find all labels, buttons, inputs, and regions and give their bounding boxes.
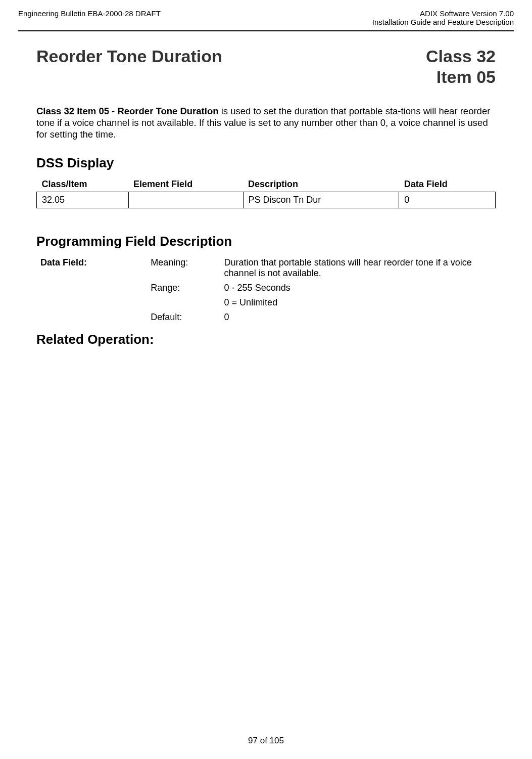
pfd-data-field-label: Data Field: <box>36 255 147 281</box>
page-title: Reorder Tone Duration <box>36 47 222 66</box>
header-left-text: Engineering Bulletin EBA-2000-28 DRAFT <box>18 9 161 18</box>
class-number: Class 32 <box>426 47 496 66</box>
pfd-meaning-value: Duration that portable stations will hea… <box>220 255 496 281</box>
page-header: Engineering Bulletin EBA-2000-28 DRAFT A… <box>0 0 532 30</box>
dss-cell-datafield: 0 <box>399 192 496 208</box>
pfd-range-key: Range: <box>147 281 220 295</box>
intro-paragraph: Class 32 Item 05 - Reorder Tone Duration… <box>36 105 496 140</box>
page-number: 97 of 105 <box>248 736 284 745</box>
dss-header-classitem: Class/Item <box>37 177 129 192</box>
table-row: Range: 0 - 255 Seconds <box>36 281 496 295</box>
dss-cell-classitem: 32.05 <box>37 192 129 208</box>
pfd-empty-label <box>36 295 147 310</box>
intro-bold-text: Class 32 Item 05 - Reorder Tone Duration <box>36 106 219 116</box>
pfd-meaning-key: Meaning: <box>147 255 220 281</box>
table-row: 32.05 PS Discon Tn Dur 0 <box>37 192 496 208</box>
header-right-line2: Installation Guide and Feature Descripti… <box>372 18 514 26</box>
dss-display-heading: DSS Display <box>36 155 496 171</box>
content-area: Reorder Tone Duration Class 32 Item 05 C… <box>0 31 532 347</box>
pfd-range-value: 0 - 255 Seconds <box>220 281 496 295</box>
pfd-table: Data Field: Meaning: Duration that porta… <box>36 255 496 325</box>
dss-header-description: Description <box>243 177 399 192</box>
pfd-empty-label <box>36 281 147 295</box>
pfd-empty-label <box>36 310 147 325</box>
table-row: 0 = Unlimited <box>36 295 496 310</box>
page-footer: 97 of 105 <box>0 736 532 746</box>
pfd-default-value: 0 <box>220 310 496 325</box>
dss-table: Class/Item Element Field Description Dat… <box>36 177 496 208</box>
pfd-heading: Programming Field Description <box>36 234 496 249</box>
dss-header-element: Element Field <box>128 177 243 192</box>
item-number: Item 05 <box>36 67 496 87</box>
header-right-line1: ADIX Software Version 7.00 <box>372 9 514 18</box>
dss-cell-element <box>128 192 243 208</box>
table-row: Default: 0 <box>36 310 496 325</box>
pfd-range-note-value: 0 = Unlimited <box>220 295 496 310</box>
related-operation-heading: Related Operation: <box>36 332 496 347</box>
pfd-range-note-key <box>147 295 220 310</box>
header-right-block: ADIX Software Version 7.00 Installation … <box>372 9 514 26</box>
dss-header-datafield: Data Field <box>399 177 496 192</box>
dss-header-row: Class/Item Element Field Description Dat… <box>37 177 496 192</box>
title-row: Reorder Tone Duration Class 32 <box>36 47 496 66</box>
dss-cell-description: PS Discon Tn Dur <box>243 192 399 208</box>
pfd-default-key: Default: <box>147 310 220 325</box>
table-row: Data Field: Meaning: Duration that porta… <box>36 255 496 281</box>
